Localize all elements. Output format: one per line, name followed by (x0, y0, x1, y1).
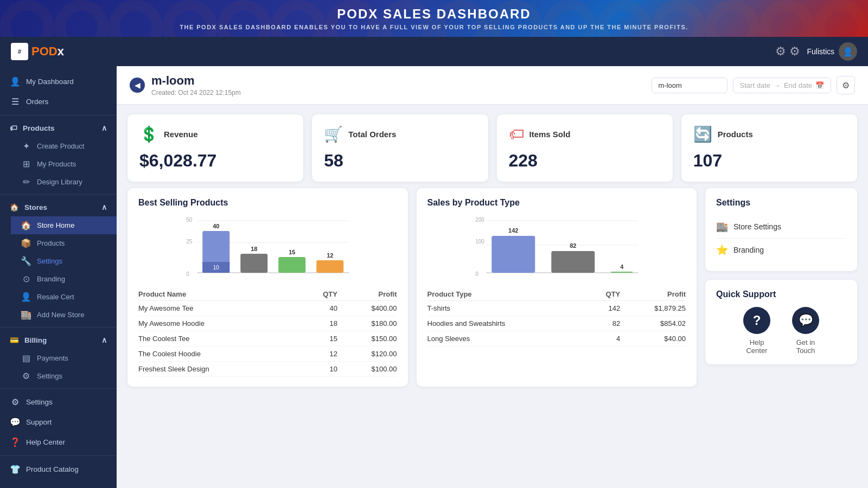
quick-support-title: Quick Support (716, 290, 846, 299)
username: Fulistics (807, 47, 834, 56)
products-group[interactable]: 🏷 Products ∧ (0, 119, 117, 137)
resale-cert-icon: 👤 (21, 292, 31, 302)
branding-icon: ⊙ (21, 274, 31, 284)
sidebar-item-create-product[interactable]: ✦ Create Product (11, 137, 117, 155)
bottom-section: Best Selling Products 50 25 0 40 (117, 188, 868, 395)
table-row: My Awesome Tee40$400.00 (138, 301, 397, 316)
sidebar-item-billing-settings[interactable]: ⚙ Settings (11, 367, 117, 385)
products-stat-value: 107 (693, 151, 845, 171)
sidebar-item-my-dashboard[interactable]: 👤 My Dashboard (0, 72, 117, 92)
store-settings-btn[interactable]: ⚙ (837, 76, 855, 94)
gear-icon[interactable]: ⚙ ⚙ (775, 44, 800, 59)
svg-rect-24 (551, 251, 595, 273)
help-circle: ? (743, 307, 770, 334)
items-sold-icon: 🏷 (509, 125, 524, 143)
orders-stat-icon: 🛒 (324, 125, 343, 143)
orders-value: 58 (324, 151, 476, 171)
sidebar-item-settings[interactable]: 🔧 Settings (11, 252, 117, 270)
stat-card-revenue: 💲 Revenue $6,028.77 (127, 114, 303, 182)
touch-circle: 💬 (792, 307, 819, 334)
divider (0, 115, 117, 115)
arrow-icon: → (774, 81, 781, 89)
end-date[interactable]: End date (784, 81, 812, 89)
col-type-profit: Profit (620, 288, 686, 301)
dashboard-icon: 👤 (10, 76, 21, 87)
main-layout: 👤 My Dashboard ☰ Orders 🏷 Products ∧ ✦ C… (0, 66, 868, 488)
items-sold-value: 228 (509, 151, 661, 171)
sidebar-item-settings-main[interactable]: ⚙ Settings (0, 392, 117, 412)
orders-label: Total Orders (348, 130, 396, 139)
date-range-picker[interactable]: Start date → End date 📅 (733, 78, 831, 93)
table-row: Hoodies and Sweatshirts82$854.02 (427, 316, 686, 331)
col-qty: QTY (304, 288, 337, 301)
col-product-name: Product Name (138, 288, 304, 301)
svg-text:18: 18 (251, 246, 257, 252)
sidebar-item-support[interactable]: 💬 Support (0, 412, 117, 432)
sales-by-type-card: Sales by Product Type 200 100 0 142 82 (417, 188, 697, 387)
stores-group[interactable]: 🏠 Stores ∧ (0, 198, 117, 216)
store-settings-link[interactable]: 🏬 Store Settings (716, 215, 846, 239)
svg-text:0: 0 (186, 271, 189, 277)
right-column: Settings 🏬 Store Settings ⭐ Branding Qui… (705, 188, 857, 387)
sidebar-item-store-home[interactable]: 🏠 Store Home (11, 216, 117, 234)
add-store-icon: 🏬 (21, 310, 31, 320)
table-row: My Awesome Hoodie18$180.00 (138, 316, 397, 331)
sidebar-item-my-products[interactable]: ⊞ My Products (11, 155, 117, 173)
sidebar-item-add-new-store[interactable]: 🏬 Add New Store (11, 306, 117, 324)
payments-icon: ▤ (21, 353, 31, 363)
top-banner: PODX SALES DASHBOARD THE PODX SALES DASH… (0, 0, 868, 37)
sidebar-item-payments[interactable]: ▤ Payments (11, 349, 117, 367)
products-stat-icon: 🔄 (693, 125, 712, 143)
sidebar-item-resale-cert[interactable]: 👤 Resale Cert (11, 288, 117, 306)
sidebar-item-product-catalog[interactable]: 👕 Product Catalog (0, 459, 117, 479)
svg-text:50: 50 (186, 217, 193, 223)
svg-text:100: 100 (475, 239, 484, 245)
table-row: T-shirts142$1,879.25 (427, 301, 686, 316)
avatar: 👤 (839, 42, 857, 61)
billing-settings-icon: ⚙ (21, 371, 31, 381)
billing-subitems: ▤ Payments ⚙ Settings (0, 349, 117, 385)
sales-by-type-table: Product Type QTY Profit T-shirts142$1,87… (427, 288, 686, 346)
revenue-label: Revenue (164, 130, 198, 139)
quick-support-card: Quick Support ? HelpCenter 💬 Get inTouch (705, 280, 857, 364)
revenue-value: $6,028.77 (139, 151, 291, 171)
sales-by-type-title: Sales by Product Type (427, 198, 686, 208)
products-stat-label: Products (718, 130, 753, 139)
settings-card-title: Settings (716, 198, 846, 208)
branding-link[interactable]: ⭐ Branding (716, 239, 846, 261)
items-sold-label: Items Sold (529, 130, 571, 139)
stats-row: 💲 Revenue $6,028.77 🛒 Total Orders 58 🏷 … (117, 105, 868, 188)
divider2 (0, 194, 117, 195)
svg-text:10: 10 (213, 265, 220, 271)
content-area: ◀ m-loom Created: Oct 24 2022 12:15pm m-… (117, 66, 868, 488)
sidebar-item-design-library[interactable]: ✏ Design Library (11, 173, 117, 191)
col-profit: Profit (337, 288, 397, 301)
sidebar-item-products[interactable]: 📦 Products (11, 234, 117, 252)
sidebar-item-orders[interactable]: ☰ Orders (0, 92, 117, 112)
store-title: m-loom (151, 74, 241, 88)
stores-group-icon: 🏠 (10, 203, 19, 211)
store-select[interactable]: m-loom (652, 78, 727, 93)
calendar-icon: 📅 (815, 81, 824, 89)
chevron-up-icon2: ∧ (101, 203, 107, 211)
help-center-support[interactable]: ? HelpCenter (743, 307, 770, 355)
svg-text:4: 4 (620, 264, 624, 270)
stat-card-orders: 🛒 Total Orders 58 (312, 114, 488, 182)
sidebar-item-help-center[interactable]: ❓ Help Center (0, 432, 117, 452)
branding-link-icon: ⭐ (716, 244, 728, 256)
store-created: Created: Oct 24 2022 12:15pm (151, 89, 241, 97)
svg-rect-14 (316, 260, 343, 273)
svg-text:0: 0 (475, 271, 478, 277)
sidebar-item-branding[interactable]: ⊙ Branding (11, 270, 117, 288)
col-type-qty: QTY (590, 288, 621, 301)
best-selling-chart: 50 25 0 40 10 18 (138, 215, 397, 280)
get-in-touch-support[interactable]: 💬 Get inTouch (792, 307, 819, 355)
billing-icon: 💳 (10, 336, 19, 344)
divider3 (0, 327, 117, 328)
back-button[interactable]: ◀ (130, 78, 145, 93)
start-date[interactable]: Start date (740, 81, 770, 89)
billing-group[interactable]: 💳 Billing ∧ (0, 331, 117, 349)
svg-text:40: 40 (213, 223, 219, 229)
support-icon: 💬 (10, 417, 21, 427)
store-home-icon: 🏠 (21, 220, 31, 230)
